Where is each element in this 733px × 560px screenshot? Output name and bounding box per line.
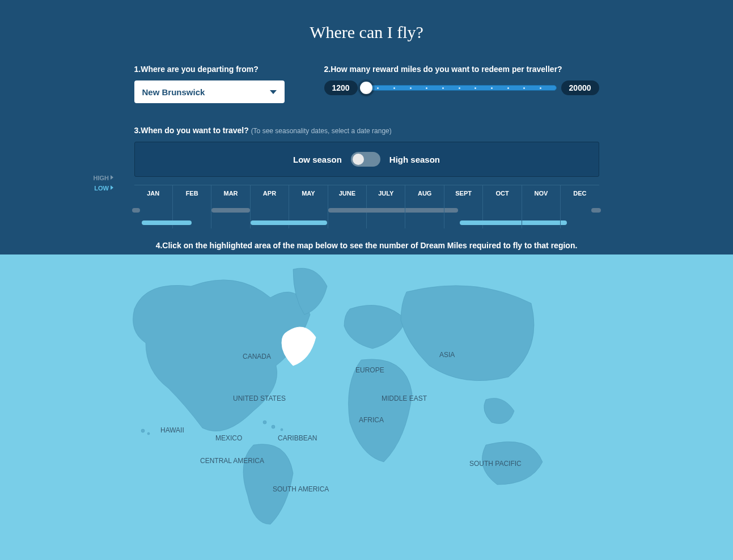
region-south-pacific[interactable]: SOUTH PACIFIC [469, 460, 522, 468]
region-hawaii[interactable]: HAWAII [160, 426, 184, 434]
month-nov[interactable]: NOV [522, 185, 561, 228]
q3-sublabel: (To see seasonality dates, select a date… [251, 127, 392, 135]
region-europe[interactable]: EUROPE [355, 366, 384, 374]
region-middle-east[interactable]: MIDDLE EAST [382, 394, 427, 402]
slider-ticks [363, 86, 556, 90]
svg-point-2 [263, 421, 266, 424]
month-dec[interactable]: DEC [561, 185, 599, 228]
month-aug[interactable]: AUG [405, 185, 444, 228]
region-canada[interactable]: CANADA [243, 353, 271, 360]
month-feb[interactable]: FEB [173, 185, 211, 228]
miles-slider[interactable] [362, 85, 557, 91]
legend-high: HIGH [94, 175, 114, 181]
month-mar[interactable]: MAR [211, 185, 250, 228]
month-row[interactable]: JAN FEB MAR APR MAY [134, 185, 599, 228]
miles-min-pill: 1200 [324, 80, 358, 95]
departure-value: New Brunswick [142, 87, 205, 97]
region-united-states[interactable]: UNITED STATES [233, 394, 286, 402]
month-jul[interactable]: JULY [367, 185, 405, 228]
region-caribbean[interactable]: CARIBBEAN [278, 434, 317, 442]
season-toggle-box: Low season High season [134, 142, 599, 177]
season-legend: HIGH LOW [94, 175, 114, 192]
month-jun[interactable]: JUNE [328, 185, 367, 228]
departure-dropdown[interactable]: New Brunswick [134, 80, 285, 103]
q3-label-text: 3.When do you want to travel? [134, 126, 249, 135]
month-oct[interactable]: OCT [483, 185, 522, 228]
world-map-section: CANADA UNITED STATES HAWAII MEXICO CENTR… [0, 254, 733, 560]
toggle-knob [353, 154, 364, 165]
world-map[interactable] [123, 258, 611, 536]
low-season-label: Low season [293, 155, 342, 164]
svg-point-3 [272, 425, 275, 429]
month-jan[interactable]: JAN [134, 185, 173, 228]
q2-label: 2.How many reward miles do you want to r… [324, 65, 599, 74]
svg-point-0 [141, 429, 145, 432]
season-toggle[interactable] [351, 152, 380, 167]
miles-max-pill: 20000 [561, 80, 599, 95]
region-central-america[interactable]: CENTRAL AMERICA [200, 457, 264, 465]
month-may[interactable]: MAY [289, 185, 328, 228]
slider-thumb[interactable] [360, 82, 372, 94]
legend-low: LOW [94, 185, 114, 192]
svg-point-1 [147, 432, 150, 435]
q3-label: 3.When do you want to travel? (To see se… [134, 126, 599, 135]
q4-label: 4.Click on the highlighted area of the m… [134, 241, 599, 254]
high-season-label: High season [389, 155, 440, 164]
region-mexico[interactable]: MEXICO [215, 434, 242, 442]
month-sep[interactable]: SEPT [444, 185, 483, 228]
region-south-america[interactable]: SOUTH AMERICA [273, 485, 329, 493]
q1-label: 1.Where are you departing from? [134, 65, 285, 74]
region-asia[interactable]: ASIA [439, 351, 455, 359]
chevron-down-icon [270, 90, 277, 94]
svg-point-4 [281, 429, 283, 431]
region-africa[interactable]: AFRICA [359, 416, 384, 424]
month-apr[interactable]: APR [251, 185, 289, 228]
page-title: Where can I fly? [0, 23, 733, 42]
